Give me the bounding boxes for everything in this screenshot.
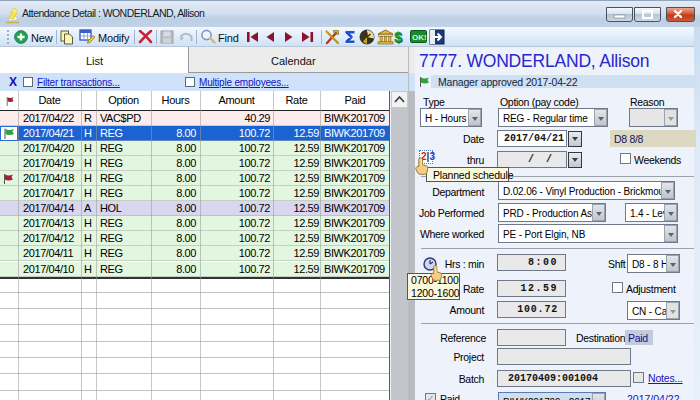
svg-text:OK!: OK! (412, 33, 427, 42)
